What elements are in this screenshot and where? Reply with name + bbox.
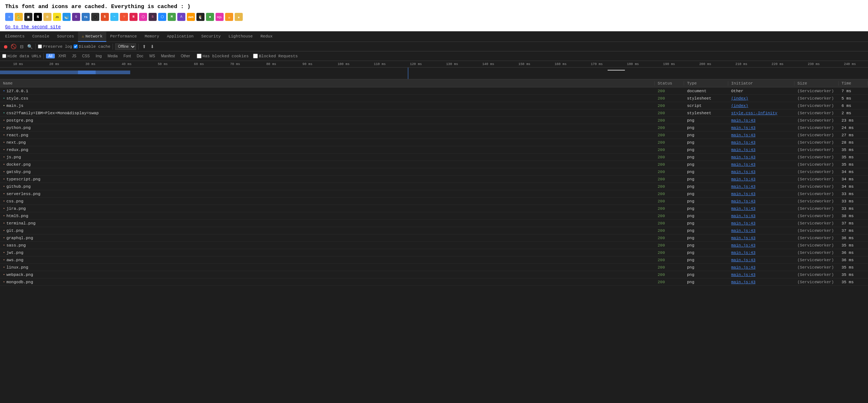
initiator-link[interactable]: main.js:43: [731, 184, 755, 189]
tab-console[interactable]: Console: [29, 32, 53, 42]
tab-redux[interactable]: Redux: [257, 32, 276, 42]
table-row[interactable]: ▪ git.png 200 png main.js:43 (ServiceWor…: [0, 227, 868, 234]
table-row[interactable]: ▪ sass.png 200 png main.js:43 (ServiceWo…: [0, 242, 868, 249]
filter-font[interactable]: Font: [121, 54, 133, 58]
initiator-link[interactable]: main.js:43: [731, 206, 755, 211]
initiator-link[interactable]: main.js:43: [731, 265, 755, 270]
cell-size: (ServiceWorker): [794, 273, 839, 277]
filter-ws[interactable]: WS: [147, 54, 157, 58]
table-row[interactable]: ▪ aws.png 200 png main.js:43 (ServiceWor…: [0, 256, 868, 264]
table-row[interactable]: ▪ 127.0.0.1 200 document Other (ServiceW…: [0, 87, 868, 95]
filter-doc[interactable]: Doc: [135, 54, 146, 58]
cell-time: 33 ms: [839, 199, 868, 204]
initiator-link[interactable]: main.js:43: [731, 236, 755, 240]
table-row[interactable]: ▪ jwt.png 200 png main.js:43 (ServiceWor…: [0, 249, 868, 256]
initiator-link[interactable]: main.js:43: [731, 177, 755, 181]
initiator-link[interactable]: main.js:43: [731, 192, 755, 196]
initiator-link[interactable]: main.js:43: [731, 126, 755, 130]
initiator-link[interactable]: main.js:43: [731, 162, 755, 167]
table-row[interactable]: ▪ webpack.png 200 png main.js:43 (Servic…: [0, 271, 868, 278]
table-row[interactable]: ▪ python.png 200 png main.js:43 (Service…: [0, 124, 868, 132]
tab-network[interactable]: ⚠ Network: [78, 32, 106, 42]
table-row[interactable]: ▪ css2?family=IBM+Plex+Mono&display=swap…: [0, 109, 868, 117]
cell-name: ▪ jwt.png: [0, 251, 655, 255]
disable-cache-checkbox[interactable]: Disable cache: [74, 44, 110, 49]
filter-css[interactable]: CSS: [80, 54, 92, 58]
table-row[interactable]: ▪ css.png 200 png main.js:43 (ServiceWor…: [0, 198, 868, 205]
initiator-link[interactable]: style.css:-Infinity: [731, 111, 777, 115]
tl-110ms: 110 ms: [362, 62, 398, 66]
cell-time: 36 ms: [839, 236, 868, 240]
initiator-link[interactable]: main.js:43: [731, 118, 755, 123]
preserve-log-checkbox[interactable]: Preserve log: [38, 44, 72, 49]
table-row[interactable]: ▪ redux.png 200 png main.js:43 (ServiceW…: [0, 146, 868, 154]
table-row[interactable]: ▪ postgre.png 200 png main.js:43 (Servic…: [0, 117, 868, 124]
filter-img[interactable]: Img: [93, 54, 104, 58]
tab-performance[interactable]: Performance: [107, 32, 141, 42]
blocked-requests-checkbox[interactable]: Blocked Requests: [253, 54, 298, 58]
table-row[interactable]: ▪ typescript.png 200 png main.js:43 (Ser…: [0, 176, 868, 183]
record-button[interactable]: ⏺: [2, 43, 9, 50]
filter-xhr[interactable]: XHR: [56, 54, 68, 58]
initiator-link[interactable]: main.js:43: [731, 170, 755, 174]
export-button[interactable]: ⬇: [149, 43, 156, 50]
initiator-link[interactable]: main.js:43: [731, 251, 755, 255]
header-initiator: Initiator: [728, 81, 794, 86]
table-row[interactable]: ▪ github.png 200 png main.js:43 (Service…: [0, 183, 868, 190]
filter-media[interactable]: Media: [106, 54, 120, 58]
initiator-link[interactable]: main.js:43: [731, 258, 755, 262]
cell-name: ▪ mongodb.png: [0, 280, 655, 284]
cell-status: 200: [655, 126, 684, 130]
initiator-link[interactable]: main.js:43: [731, 148, 755, 152]
table-row[interactable]: ▪ js.png 200 png main.js:43 (ServiceWork…: [0, 154, 868, 161]
filter-all[interactable]: All: [46, 54, 54, 58]
table-row[interactable]: ▪ serverless.png 200 png main.js:43 (Ser…: [0, 190, 868, 198]
clear-button[interactable]: 🚫: [10, 43, 17, 50]
cell-status: 200: [655, 258, 684, 262]
initiator-link[interactable]: main.js:43: [731, 229, 755, 233]
table-row[interactable]: ▪ terminal.png 200 png main.js:43 (Servi…: [0, 220, 868, 227]
cell-time: 37 ms: [839, 229, 868, 233]
tab-sources[interactable]: Sources: [53, 32, 78, 42]
throttle-select[interactable]: Offline: [115, 43, 136, 50]
table-row[interactable]: ▪ next.png 200 png main.js:43 (ServiceWo…: [0, 139, 868, 146]
filter-manifest[interactable]: Manifest: [159, 54, 177, 58]
table-row[interactable]: ▪ react.png 200 png main.js:43 (ServiceW…: [0, 132, 868, 139]
filter-js[interactable]: JS: [70, 54, 79, 58]
import-button[interactable]: ⬆: [141, 43, 147, 50]
tab-application[interactable]: Application: [163, 32, 198, 42]
table-row[interactable]: ▪ gatsby.png 200 png main.js:43 (Service…: [0, 168, 868, 176]
filter-button[interactable]: ⊟: [18, 43, 25, 50]
hide-data-urls-checkbox[interactable]: Hide data URLs: [2, 54, 41, 58]
table-row[interactable]: ▪ linux.png 200 png main.js:43 (ServiceW…: [0, 264, 868, 271]
tab-elements[interactable]: Elements: [1, 32, 28, 42]
second-site-link[interactable]: Go to the second site: [5, 25, 61, 30]
cell-name: ▪ next.png: [0, 140, 655, 145]
table-row[interactable]: ▪ main.js 200 script (index) (ServiceWor…: [0, 102, 868, 109]
initiator-link[interactable]: main.js:43: [731, 133, 755, 137]
cell-time: 28 ms: [839, 140, 868, 145]
initiator-link[interactable]: (index): [731, 104, 748, 108]
initiator-link[interactable]: main.js:43: [731, 273, 755, 277]
initiator-link[interactable]: main.js:43: [731, 199, 755, 204]
tab-security[interactable]: Security: [198, 32, 224, 42]
table-row[interactable]: ▪ html5.png 200 png main.js:43 (ServiceW…: [0, 212, 868, 220]
has-blocked-cookies-checkbox[interactable]: Has blocked cookies: [197, 54, 249, 58]
initiator-link[interactable]: main.js:43: [731, 155, 755, 159]
table-row[interactable]: ▪ graphql.png 200 png main.js:43 (Servic…: [0, 234, 868, 242]
tab-memory[interactable]: Memory: [141, 32, 163, 42]
table-row[interactable]: ▪ docker.png 200 png main.js:43 (Service…: [0, 161, 868, 168]
search-button[interactable]: 🔍: [26, 43, 33, 50]
cell-size: (ServiceWorker): [794, 148, 839, 152]
initiator-link[interactable]: main.js:43: [731, 221, 755, 226]
initiator-link[interactable]: main.js:43: [731, 214, 755, 218]
initiator-link[interactable]: main.js:43: [731, 243, 755, 248]
table-row[interactable]: ▪ mongodb.png 200 png main.js:43 (Servic…: [0, 278, 868, 286]
table-row[interactable]: ▪ jira.png 200 png main.js:43 (ServiceWo…: [0, 205, 868, 212]
table-row[interactable]: ▪ style.css 200 stylesheet (index) (Serv…: [0, 95, 868, 102]
tab-lighthouse[interactable]: Lighthouse: [225, 32, 256, 42]
filter-other[interactable]: Other: [179, 54, 192, 58]
initiator-link[interactable]: (index): [731, 96, 748, 101]
initiator-link[interactable]: main.js:43: [731, 280, 755, 284]
initiator-link[interactable]: main.js:43: [731, 140, 755, 145]
